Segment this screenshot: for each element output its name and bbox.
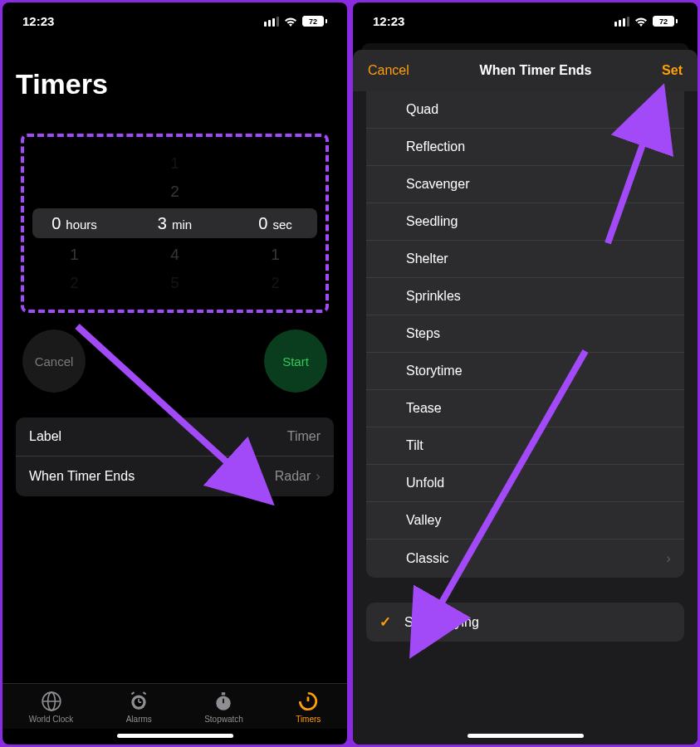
sound-row[interactable]: Shelter (366, 241, 684, 278)
tab-alarms[interactable]: Alarms (126, 691, 152, 724)
status-time: 12:23 (373, 14, 404, 28)
sound-row[interactable]: Storytime (366, 353, 684, 390)
sound-row[interactable]: Valley (366, 502, 684, 540)
sound-row[interactable]: Quad (366, 91, 684, 129)
sound-row[interactable]: Unfold (366, 465, 684, 502)
tab-world-clock[interactable]: World Clock (29, 691, 74, 724)
tab-timers[interactable]: Timers (296, 691, 321, 724)
tab-bar: World Clock Alarms Stopwatch Timers (2, 683, 347, 729)
chevron-right-icon: › (666, 550, 671, 567)
cellular-signal-icon (614, 17, 629, 27)
sound-row[interactable]: Steps (366, 315, 684, 353)
time-picker[interactable]: 0hours 1 2 1 2 3min 4 5 0sec 1 2 (24, 152, 326, 295)
cancel-button[interactable]: Cancel (22, 330, 86, 393)
when-timer-ends-row[interactable]: When Timer Ends Radar › (16, 456, 334, 496)
minutes-column[interactable]: 1 2 3min 4 5 (125, 152, 225, 295)
timer-icon (297, 691, 319, 712)
sound-row[interactable]: Tilt (366, 427, 684, 465)
label-row[interactable]: Label Timer (16, 417, 334, 456)
svg-rect-9 (222, 692, 225, 695)
sound-row-classic[interactable]: Classic › (366, 540, 684, 578)
cancel-button[interactable]: Cancel (368, 63, 409, 78)
seconds-column[interactable]: 0sec 1 2 (225, 152, 326, 295)
tab-stopwatch[interactable]: Stopwatch (204, 691, 243, 724)
status-bar: 12:23 72 (2, 2, 347, 35)
sound-row[interactable]: Tease (366, 390, 684, 427)
hours-column[interactable]: 0hours 1 2 (24, 152, 125, 295)
sound-picker-sheet: Cancel When Timer Ends Set Quad Reflecti… (353, 50, 698, 745)
sound-row[interactable]: Seedling (366, 203, 684, 241)
battery-icon: 72 (302, 16, 327, 27)
wifi-icon (634, 17, 648, 27)
cellular-signal-icon (264, 17, 279, 27)
status-time: 12:23 (22, 14, 54, 28)
sound-row[interactable]: Scavenger (366, 166, 684, 203)
ends-value: Radar (275, 469, 311, 484)
check-icon: ✓ (379, 613, 393, 631)
status-bar: 12:23 72 (353, 2, 698, 43)
sound-list: Quad Reflection Scavenger Seedling Shelt… (366, 91, 684, 578)
timer-settings-list: Label Timer When Timer Ends Radar › (16, 417, 334, 496)
home-indicator[interactable] (117, 734, 233, 738)
label-key: Label (29, 429, 61, 444)
sound-row[interactable]: Sprinkles (366, 278, 684, 315)
label-value: Timer (287, 429, 321, 444)
wifi-icon (284, 17, 297, 27)
alarm-icon (128, 691, 149, 712)
chevron-right-icon: › (316, 468, 321, 485)
ends-key: When Timer Ends (29, 469, 135, 484)
battery-icon: 72 (653, 16, 678, 27)
stopwatch-icon (213, 691, 234, 712)
start-button[interactable]: Start (264, 330, 327, 393)
sound-row[interactable]: Reflection (366, 129, 684, 166)
set-button[interactable]: Set (662, 63, 683, 78)
page-title: Timers (2, 35, 347, 134)
stop-playing-row[interactable]: ✓ Stop Playing (366, 603, 684, 642)
time-picker-highlight: 0hours 1 2 1 2 3min 4 5 0sec 1 2 (21, 134, 329, 313)
sheet-title: When Timer Ends (480, 63, 592, 78)
globe-icon (41, 691, 62, 712)
home-indicator[interactable] (467, 734, 584, 738)
